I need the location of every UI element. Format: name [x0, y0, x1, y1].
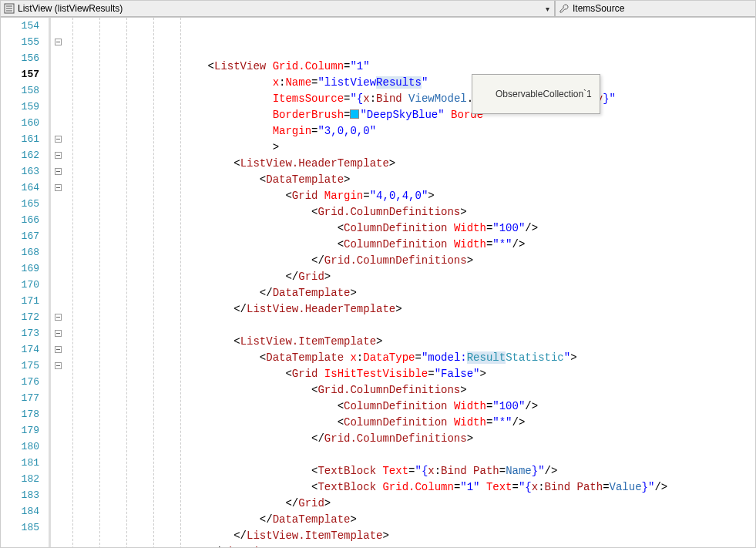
fold-cell	[51, 50, 65, 66]
line-number: 170	[1, 277, 39, 293]
fold-toggle-icon[interactable]	[55, 184, 62, 191]
line-number: 154	[1, 18, 39, 34]
code-line[interactable]: </ListView.HeaderTemplate>	[182, 301, 755, 318]
fold-toggle-icon[interactable]	[55, 330, 62, 337]
fold-cell	[51, 66, 65, 82]
code-line[interactable]: <DataTemplate>	[182, 172, 755, 188]
code-line[interactable]: </ListView>	[182, 544, 755, 548]
tooltip-text: ObservableCollection`1	[496, 89, 592, 99]
line-number: 182	[1, 471, 39, 487]
code-line[interactable]	[182, 447, 755, 463]
fold-toggle-icon[interactable]	[55, 314, 62, 321]
code-line[interactable]: </ListView.ItemTemplate>	[182, 528, 755, 544]
code-line[interactable]	[182, 42, 755, 59]
fold-cell[interactable]	[51, 131, 65, 147]
code-line[interactable]: <Grid.ColumnDefinitions>	[182, 382, 755, 398]
line-number: 162	[1, 147, 39, 163]
code-line[interactable]: Margin="3,0,0,0"	[182, 123, 755, 140]
fold-cell	[51, 519, 65, 536]
fold-toggle-icon[interactable]	[55, 136, 62, 143]
line-number: 167	[1, 228, 39, 244]
code-line[interactable]: <ListView Grid.Column="1"	[182, 59, 755, 75]
fold-cell	[51, 228, 65, 244]
line-number: 166	[1, 212, 39, 228]
fold-cell[interactable]	[51, 341, 65, 358]
code-line[interactable]: <DataTemplate x:DataType="model:ResultSt…	[182, 350, 755, 366]
fold-toggle-icon[interactable]	[55, 39, 62, 45]
fold-cell	[51, 439, 65, 455]
property-selector-dropdown[interactable]: ItemsSource	[555, 1, 755, 17]
intellisense-tooltip: ObservableCollection`1	[472, 74, 600, 114]
property-selector-label: ItemsSource	[573, 3, 624, 14]
code-line[interactable]: >	[182, 140, 755, 156]
fold-cell	[51, 390, 65, 406]
fold-cell	[51, 293, 65, 309]
code-line[interactable]: <ListView.HeaderTemplate>	[182, 156, 755, 172]
line-number: 160	[1, 115, 39, 131]
fold-cell[interactable]	[51, 163, 65, 180]
line-number: 168	[1, 244, 39, 261]
color-swatch-icon	[350, 109, 359, 119]
chevron-down-icon[interactable]: ▾	[542, 5, 553, 13]
code-line[interactable]: </DataTemplate>	[182, 285, 755, 301]
code-line[interactable]: <ListView.ItemTemplate>	[182, 334, 755, 350]
fold-cell	[51, 82, 65, 99]
code-line[interactable]: <Grid.ColumnDefinitions>	[182, 204, 755, 220]
code-line[interactable]: <ColumnDefinition Width="*"/>	[182, 237, 755, 253]
fold-cell	[51, 406, 65, 422]
fold-toggle-icon[interactable]	[55, 362, 62, 369]
line-number: 159	[1, 99, 39, 115]
fold-cell[interactable]	[51, 180, 65, 196]
fold-cell[interactable]	[51, 325, 65, 341]
code-line[interactable]: <ColumnDefinition Width="*"/>	[182, 415, 755, 431]
line-number: 183	[1, 487, 39, 503]
line-number: 164	[1, 180, 39, 196]
fold-toggle-icon[interactable]	[55, 168, 62, 175]
fold-toggle-icon[interactable]	[55, 346, 62, 353]
code-line[interactable]: </Grid>	[182, 269, 755, 285]
code-line[interactable]	[182, 318, 755, 334]
code-line[interactable]: <Grid IsHitTestVisible="False">	[182, 366, 755, 382]
code-line[interactable]: <Grid Margin="4,0,4,0">	[182, 188, 755, 204]
code-line[interactable]: <ColumnDefinition Width="100"/>	[182, 398, 755, 415]
line-number: 175	[1, 358, 39, 374]
fold-cell	[51, 115, 65, 131]
fold-toggle-icon[interactable]	[55, 152, 62, 159]
line-number: 157	[1, 66, 39, 82]
code-line[interactable]: <TextBlock Text="{x:Bind Path=Name}"/>	[182, 463, 755, 479]
code-line[interactable]: BorderBrush="DeepSkyBlue" Borde	[182, 107, 755, 123]
line-number: 169	[1, 261, 39, 277]
fold-cell	[51, 212, 65, 228]
indent-guides	[65, 18, 180, 548]
fold-cell	[51, 487, 65, 503]
fold-cell[interactable]	[51, 147, 65, 163]
code-line[interactable]: x:Name="listViewResults"	[182, 75, 755, 91]
line-number: 179	[1, 422, 39, 439]
code-editor[interactable]: 1541551561571581591601611621631641651661…	[1, 18, 755, 548]
code-line[interactable]: </Grid.ColumnDefinitions>	[182, 253, 755, 269]
code-line[interactable]: ItemsSource="{x:Bind ViewModel.Results, …	[182, 91, 755, 107]
line-number: 176	[1, 374, 39, 390]
fold-cell	[51, 455, 65, 471]
line-number: 173	[1, 325, 39, 341]
element-selector-dropdown[interactable]: ListView (listViewResults) ▾	[1, 1, 555, 17]
fold-cell	[51, 99, 65, 115]
fold-column	[51, 18, 65, 548]
fold-cell[interactable]	[51, 358, 65, 374]
fold-cell[interactable]	[51, 34, 65, 50]
code-line[interactable]: </Grid>	[182, 496, 755, 512]
code-line[interactable]: <TextBlock Grid.Column="1" Text="{x:Bind…	[182, 479, 755, 496]
fold-cell	[51, 244, 65, 261]
line-number: 171	[1, 293, 39, 309]
line-number-gutter: 1541551561571581591601611621631641651661…	[1, 18, 51, 548]
code-area[interactable]: <ListView Grid.Column="1" x:Name="listVi…	[180, 18, 755, 548]
fold-cell	[51, 503, 65, 519]
code-line[interactable]: </DataTemplate>	[182, 512, 755, 528]
fold-cell[interactable]	[51, 309, 65, 325]
line-number: 185	[1, 519, 39, 536]
line-number: 165	[1, 196, 39, 212]
navigation-bar: ListView (listViewResults) ▾ ItemsSource	[1, 1, 755, 18]
code-line[interactable]: <ColumnDefinition Width="100"/>	[182, 220, 755, 237]
line-number: 181	[1, 455, 39, 471]
code-line[interactable]: </Grid.ColumnDefinitions>	[182, 431, 755, 447]
